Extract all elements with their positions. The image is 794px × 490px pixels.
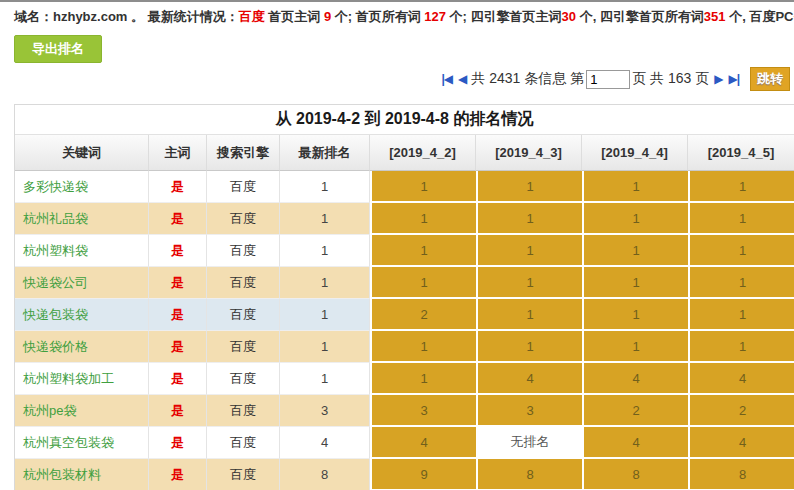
date-rank-cell: 1 [688,235,794,267]
table-row: 杭州礼品袋是百度11111 [15,203,794,235]
page-number-input[interactable] [586,70,630,89]
stat-text: 个, 百度PC+手机百 [726,9,794,24]
stat-value-four-engine-all: 351 [704,9,726,24]
pagination-info-suffix: 页 共 163 页 [632,70,709,88]
keyword-link[interactable]: 快递袋价格 [23,339,88,354]
engine-name-baidu: 百度 [239,9,265,24]
keyword-link[interactable]: 杭州塑料袋加工 [23,371,114,386]
stat-text: 个; 首页所有词 [331,9,424,24]
date-rank-cell: 1 [688,203,794,235]
stats-label: 最新统计情况： [148,9,239,24]
last-page-icon[interactable]: ▶| [728,72,739,86]
keyword-link[interactable]: 快递包装袋 [23,307,88,322]
engine-cell: 百度 [207,459,280,490]
main-word-cell: 是 [149,363,207,395]
table-row: 杭州包装材料是百度89888 [15,459,794,490]
date-rank-cell: 1 [476,331,582,363]
date-rank-cell: 1 [476,203,582,235]
domain-label: 域名： [14,9,53,24]
jump-button[interactable]: 跳转 [750,67,790,91]
keyword-cell: 杭州真空包装袋 [15,427,149,459]
date-rank-cell: 4 [582,363,688,395]
engine-cell: 百度 [207,235,280,267]
keyword-cell: 快递袋价格 [15,331,149,363]
latest-rank-cell: 1 [280,267,370,299]
col-header-date-1: [2019_4_2] [370,135,476,171]
first-page-icon[interactable]: |◀ [441,72,452,86]
engine-cell: 百度 [207,171,280,203]
latest-rank-cell: 1 [280,235,370,267]
col-header-date-3: [2019_4_4] [582,135,688,171]
date-rank-cell: 1 [370,171,476,203]
keyword-cell: 快递包装袋 [15,299,149,331]
domain-stats-line: 域名：hzhybz.com 。 最新统计情况：百度 首页主词 9 个; 首页所有… [0,2,794,26]
keyword-link[interactable]: 杭州真空包装袋 [23,435,114,450]
keyword-cell: 杭州塑料袋 [15,235,149,267]
engine-cell: 百度 [207,203,280,235]
latest-rank-cell: 1 [280,299,370,331]
main-word-cell: 是 [149,203,207,235]
date-rank-cell: 8 [476,459,582,490]
date-rank-cell: 3 [476,395,582,427]
table-row: 多彩快递袋是百度11111 [15,171,794,203]
date-rank-cell: 1 [476,299,582,331]
stat-text: 个; 四引擎首页主词 [446,9,562,24]
next-page-icon[interactable]: ▶ [714,72,722,86]
pagination-info-prefix: 共 2431 条信息 第 [471,70,584,88]
stat-value-all-words: 127 [424,9,446,24]
date-rank-cell: 1 [582,331,688,363]
date-rank-cell: 4 [688,363,794,395]
keyword-link[interactable]: 杭州包装材料 [23,467,101,482]
date-rank-cell: 8 [688,459,794,490]
date-rank-cell: 1 [688,299,794,331]
keyword-cell: 杭州pe袋 [15,395,149,427]
latest-rank-cell: 1 [280,171,370,203]
latest-rank-cell: 1 [280,203,370,235]
date-rank-cell: 1 [582,203,688,235]
pagination-bar: |◀ ◀ 共 2431 条信息 第 页 共 163 页 ▶ ▶| 跳转 [0,67,790,91]
keyword-cell: 杭州包装材料 [15,459,149,490]
date-rank-cell: 1 [582,235,688,267]
keyword-link[interactable]: 杭州塑料袋 [23,243,88,258]
main-word-cell: 是 [149,235,207,267]
stat-text: 首页主词 [265,9,324,24]
table-title-row: 从 2019-4-2 到 2019-4-8 的排名情况 [15,105,794,135]
main-word-cell: 是 [149,395,207,427]
date-rank-cell: 1 [688,171,794,203]
keyword-link[interactable]: 多彩快递袋 [23,179,88,194]
keyword-link[interactable]: 杭州礼品袋 [23,211,88,226]
col-header-date-4: [2019_4_5] [688,135,794,171]
col-header-main-word: 主词 [149,135,207,171]
date-rank-cell: 8 [582,459,688,490]
export-ranking-button[interactable]: 导出排名 [14,35,102,63]
date-rank-cell: 1 [370,267,476,299]
table-row: 杭州pe袋是百度33322 [15,395,794,427]
keyword-link[interactable]: 快递袋公司 [23,275,88,290]
table-title: 从 2019-4-2 到 2019-4-8 的排名情况 [15,105,794,135]
col-header-search-engine: 搜索引擎 [207,135,280,171]
table-header-row: 关键词 主词 搜索引擎 最新排名 [2019_4_2] [2019_4_3] [… [15,135,794,171]
main-word-cell: 是 [149,267,207,299]
engine-cell: 百度 [207,363,280,395]
date-rank-cell: 1 [476,267,582,299]
main-word-cell: 是 [149,299,207,331]
latest-rank-cell: 1 [280,331,370,363]
stat-text: 个, 四引擎首页所有词 [576,9,704,24]
date-rank-cell: 1 [476,171,582,203]
table-row: 杭州塑料袋加工是百度11444 [15,363,794,395]
table-row: 杭州真空包装袋是百度44无排名44 [15,427,794,459]
date-rank-cell: 4 [582,427,688,459]
ranking-table-body: 多彩快递袋是百度11111杭州礼品袋是百度11111杭州塑料袋是百度11111快… [15,171,794,490]
ranking-table: 从 2019-4-2 到 2019-4-8 的排名情况 关键词 主词 搜索引擎 … [14,104,794,490]
table-row: 杭州塑料袋是百度11111 [15,235,794,267]
date-rank-cell: 1 [688,267,794,299]
col-header-latest-rank: 最新排名 [280,135,370,171]
date-rank-cell: 无排名 [476,427,582,459]
prev-page-icon[interactable]: ◀ [458,72,466,86]
latest-rank-cell: 4 [280,427,370,459]
keyword-link[interactable]: 杭州pe袋 [23,403,76,418]
date-rank-cell: 1 [476,235,582,267]
date-rank-cell: 2 [582,395,688,427]
keyword-cell: 杭州礼品袋 [15,203,149,235]
date-rank-cell: 1 [688,331,794,363]
